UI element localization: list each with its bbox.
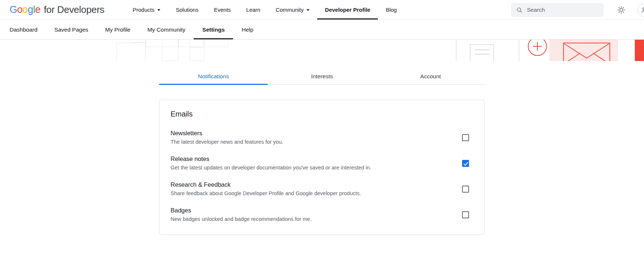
- subnav-my-community[interactable]: My Community: [139, 20, 194, 39]
- tab-account[interactable]: Account: [376, 68, 485, 85]
- subnav-settings[interactable]: Settings: [194, 20, 233, 39]
- subnav-dashboard[interactable]: Dashboard: [10, 20, 46, 39]
- decorative-shape: [116, 43, 146, 61]
- email-item-text: Newsletters The latest developer news an…: [171, 129, 453, 146]
- nav-community-label: Community: [276, 7, 304, 13]
- nav-solutions[interactable]: Solutions: [168, 0, 206, 19]
- decorative-list-illustration: [470, 44, 494, 61]
- decorative-line: [475, 49, 490, 50]
- person-icon: [640, 6, 644, 14]
- subnav-my-profile[interactable]: My Profile: [97, 20, 139, 39]
- email-item-text: Research & Feedback Share feedback about…: [171, 181, 453, 197]
- subnav-help[interactable]: Help: [233, 20, 262, 39]
- badges-checkbox[interactable]: [462, 211, 469, 218]
- email-item-newsletters: Newsletters The latest developer news an…: [171, 129, 473, 146]
- nav-events-label: Events: [214, 7, 231, 13]
- tab-interests[interactable]: Interests: [268, 68, 376, 85]
- site-header: Google for Developers Products Solutions…: [0, 0, 644, 20]
- email-item-release-notes: Release notes Get the latest updates on …: [171, 155, 473, 171]
- subnav-saved-pages[interactable]: Saved Pages: [46, 20, 97, 39]
- email-item-description: New badges unlocked and badge recommenda…: [171, 216, 453, 223]
- envelope-illustration: [549, 40, 618, 61]
- emails-title: Emails: [171, 110, 473, 118]
- primary-nav: Products Solutions Events Learn Communit…: [125, 0, 404, 19]
- envelope-icon: [563, 43, 610, 61]
- chevron-down-icon: [157, 9, 160, 11]
- nav-products-label: Products: [133, 7, 154, 13]
- email-item-label: Release notes: [171, 155, 453, 163]
- chevron-down-icon: [307, 9, 310, 11]
- nav-events[interactable]: Events: [206, 0, 239, 19]
- tab-notifications[interactable]: Notifications: [159, 68, 268, 85]
- email-item-text: Badges New badges unlocked and badge rec…: [171, 207, 453, 223]
- research-feedback-checkbox[interactable]: [462, 186, 469, 193]
- header-actions: [511, 0, 644, 19]
- decorative-banner: [0, 40, 644, 61]
- decorative-shape: [178, 40, 204, 47]
- logo-letter: o: [17, 4, 23, 15]
- release-notes-checkbox[interactable]: [462, 160, 469, 167]
- search-box[interactable]: [511, 3, 604, 17]
- nav-products[interactable]: Products: [125, 0, 168, 19]
- email-item-description: The latest developer news and features f…: [171, 139, 453, 146]
- nav-learn-label: Learn: [246, 7, 260, 13]
- search-input[interactable]: [527, 7, 598, 13]
- email-item-label: Research & Feedback: [171, 181, 453, 189]
- nav-developer-profile-label: Developer Profile: [325, 7, 370, 13]
- settings-tabs: Notifications Interests Account: [159, 68, 485, 85]
- email-item-label: Newsletters: [171, 129, 453, 137]
- email-item-badges: Badges New badges unlocked and badge rec…: [171, 207, 473, 223]
- decorative-shape: [162, 40, 178, 61]
- sun-icon: [617, 6, 625, 14]
- logo-wordmark: Google: [10, 4, 40, 15]
- logo-letter: G: [10, 4, 17, 15]
- logo-letter: o: [22, 4, 28, 15]
- search-icon: [516, 6, 522, 14]
- nav-developer-profile[interactable]: Developer Profile: [317, 0, 378, 19]
- theme-toggle-button[interactable]: [614, 3, 629, 17]
- decorative-line: [475, 54, 490, 55]
- nav-blog[interactable]: Blog: [378, 0, 404, 19]
- nav-solutions-label: Solutions: [176, 7, 198, 13]
- nav-community[interactable]: Community: [268, 0, 317, 19]
- plus-circle-icon: [528, 40, 547, 56]
- nav-blog-label: Blog: [386, 7, 397, 13]
- account-avatar[interactable]: [637, 3, 644, 17]
- logo-suffix: for Developers: [44, 4, 104, 15]
- email-item-research-feedback: Research & Feedback Share feedback about…: [171, 181, 473, 197]
- profile-subnav: Dashboard Saved Pages My Profile My Comm…: [0, 20, 644, 40]
- google-developers-logo[interactable]: Google for Developers: [10, 0, 104, 19]
- decorative-shape: [204, 40, 228, 47]
- email-item-description: Share feedback about Google Developer Pr…: [171, 190, 453, 197]
- emails-card: Emails Newsletters The latest developer …: [159, 100, 485, 235]
- newsletters-checkbox[interactable]: [462, 134, 469, 141]
- nav-learn[interactable]: Learn: [239, 0, 268, 19]
- decorative-red-bar: [635, 40, 644, 61]
- email-item-label: Badges: [171, 207, 453, 214]
- envelope-flap-lines: [564, 43, 609, 61]
- email-item-description: Get the latest updates on developer docu…: [171, 164, 453, 171]
- decorative-shape: [130, 40, 146, 43]
- logo-letter: e: [35, 4, 41, 15]
- decorative-shape: [190, 47, 204, 61]
- logo-letter: g: [28, 4, 33, 15]
- email-item-text: Release notes Get the latest updates on …: [171, 155, 453, 171]
